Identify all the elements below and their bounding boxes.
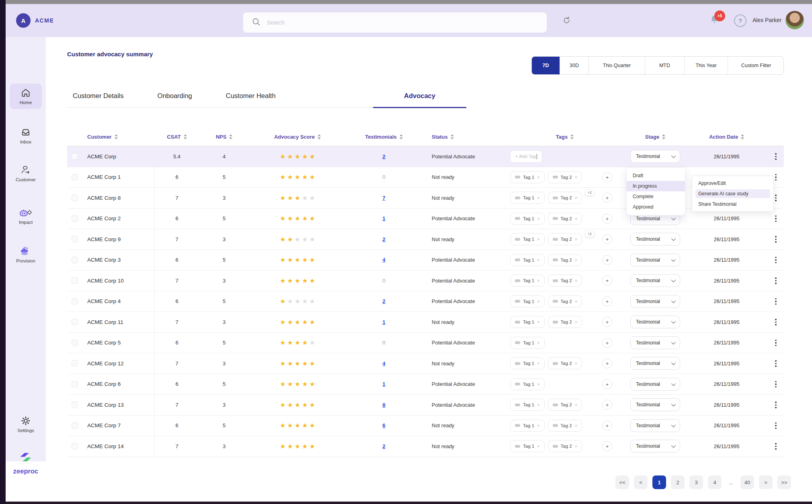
sort-icon[interactable] bbox=[451, 134, 454, 139]
remove-tag-icon[interactable]: × bbox=[537, 340, 539, 345]
sidebar-item-home[interactable]: Home bbox=[10, 84, 42, 109]
stage-option-complete[interactable]: Complete bbox=[627, 191, 685, 202]
add-tag-button[interactable]: + bbox=[602, 317, 612, 327]
remove-tag-icon[interactable]: × bbox=[575, 175, 577, 180]
tag-chip[interactable]: Tag 2× bbox=[548, 440, 582, 452]
tag-chip[interactable]: Tag 2× bbox=[548, 399, 582, 411]
checkbox[interactable] bbox=[72, 174, 78, 180]
remove-tag-icon[interactable]: × bbox=[537, 216, 539, 221]
tag-chip[interactable]: Tag 1× bbox=[510, 254, 545, 266]
testimonial-count-link[interactable]: 1 bbox=[382, 319, 385, 325]
testimonial-count-link[interactable]: 2 bbox=[382, 443, 385, 449]
checkbox[interactable] bbox=[72, 153, 78, 160]
testimonial-count-link[interactable]: 2 bbox=[382, 154, 385, 160]
kebab-menu-icon[interactable] bbox=[773, 441, 778, 451]
remove-tag-icon[interactable]: × bbox=[575, 195, 577, 200]
tag-chip[interactable]: Tag 1× bbox=[510, 420, 545, 432]
add-tag-button[interactable]: + bbox=[602, 213, 612, 223]
kebab-menu-icon[interactable] bbox=[773, 276, 778, 286]
sort-icon[interactable] bbox=[400, 134, 403, 139]
kebab-menu-icon[interactable] bbox=[773, 359, 778, 369]
stage-dropdown-button[interactable]: Testimonial bbox=[630, 295, 680, 308]
filter-custom-filter[interactable]: Custom Filter bbox=[728, 57, 784, 74]
sidebar-item-customer[interactable]: Customer bbox=[9, 165, 43, 182]
remove-tag-icon[interactable]: × bbox=[575, 320, 577, 324]
column-header-tags[interactable]: Tags bbox=[504, 134, 625, 140]
tag-chip[interactable]: Tag 1× bbox=[510, 171, 545, 183]
stage-dropdown-button[interactable]: Testimonial bbox=[630, 150, 680, 163]
context-menu-item-approve-edit[interactable]: Approve/Edit bbox=[695, 179, 770, 188]
brand[interactable]: A ACME bbox=[16, 13, 54, 28]
sort-icon[interactable] bbox=[662, 134, 665, 139]
sidebar-item-provision[interactable]: Provision bbox=[9, 246, 43, 263]
stage-option-approved[interactable]: Approved bbox=[627, 202, 685, 212]
remove-tag-icon[interactable]: × bbox=[575, 423, 577, 428]
remove-tag-icon[interactable]: × bbox=[575, 278, 577, 283]
pagination-page-40[interactable]: 40 bbox=[740, 475, 754, 489]
add-tag-button[interactable]: + bbox=[602, 172, 612, 182]
kebab-menu-icon[interactable] bbox=[773, 234, 778, 244]
column-header-stage[interactable]: Stage bbox=[625, 134, 685, 140]
add-tag-button[interactable]: + bbox=[602, 255, 612, 265]
checkbox[interactable] bbox=[72, 236, 78, 242]
kebab-menu-icon[interactable] bbox=[773, 379, 778, 389]
add-tag-button[interactable]: + bbox=[602, 193, 612, 203]
add-tag-button[interactable]: + bbox=[602, 359, 612, 369]
testimonial-count-link[interactable]: 8 bbox=[382, 402, 385, 408]
pagination-page-4[interactable]: 4 bbox=[708, 475, 722, 489]
testimonial-count-link[interactable]: 4 bbox=[382, 361, 385, 367]
pagination-page-1[interactable]: 1 bbox=[652, 475, 666, 489]
filter-7d[interactable]: 7D bbox=[532, 57, 560, 74]
tag-chip[interactable]: Tag 2× bbox=[548, 254, 582, 266]
stage-dropdown-button[interactable]: Testimonial bbox=[630, 233, 680, 246]
sort-icon[interactable] bbox=[570, 134, 574, 139]
sort-icon[interactable] bbox=[115, 134, 118, 139]
tab-onboarding[interactable]: Onboarding bbox=[156, 92, 194, 107]
kebab-menu-icon[interactable] bbox=[773, 338, 778, 348]
tag-chip[interactable]: Tag 2× bbox=[548, 192, 582, 204]
sidebar-item-impact[interactable]: Impact bbox=[9, 207, 43, 225]
sidebar-item-settings[interactable]: Settings bbox=[9, 416, 43, 433]
help-icon[interactable]: ? bbox=[734, 14, 746, 27]
stage-dropdown-button[interactable]: Testimonial bbox=[630, 274, 680, 287]
remove-tag-icon[interactable]: × bbox=[537, 237, 539, 242]
add-tag-button[interactable]: + bbox=[602, 296, 612, 306]
add-tag-button[interactable]: + bbox=[602, 338, 612, 348]
testimonial-count-link[interactable]: 2 bbox=[382, 298, 385, 304]
remove-tag-icon[interactable]: × bbox=[537, 258, 539, 262]
tag-chip[interactable]: Tag 1× bbox=[510, 378, 545, 390]
kebab-menu-icon[interactable] bbox=[773, 193, 778, 203]
testimonial-count-link[interactable]: 2 bbox=[382, 236, 385, 242]
pagination-page-3[interactable]: 3 bbox=[689, 475, 703, 489]
pagination-next[interactable]: > bbox=[759, 475, 773, 489]
tag-chip[interactable]: Tag 2× bbox=[548, 316, 582, 328]
tag-chip[interactable]: Tag 2× bbox=[548, 275, 582, 287]
pagination-prev[interactable]: < bbox=[634, 475, 648, 489]
tag-chip[interactable]: Tag 1× bbox=[510, 357, 545, 369]
stage-dropdown-button[interactable]: Testimonial bbox=[630, 357, 680, 370]
remove-tag-icon[interactable]: × bbox=[575, 237, 577, 242]
checkbox[interactable] bbox=[72, 443, 78, 449]
stage-dropdown-button[interactable]: Testimonial bbox=[630, 398, 680, 411]
testimonial-count-link[interactable]: 7 bbox=[382, 195, 385, 201]
tag-chip[interactable]: Tag 1× bbox=[510, 399, 545, 411]
tag-chip[interactable]: Tag 1× bbox=[510, 440, 545, 452]
remove-tag-icon[interactable]: × bbox=[537, 423, 539, 428]
checkbox[interactable] bbox=[72, 319, 78, 325]
sort-icon[interactable] bbox=[741, 134, 744, 139]
checkbox[interactable] bbox=[72, 195, 78, 201]
add-tag-button[interactable]: + bbox=[602, 420, 612, 430]
sort-icon[interactable] bbox=[318, 134, 321, 139]
tag-chip[interactable]: Tag 1× bbox=[510, 337, 545, 349]
stage-dropdown-button[interactable]: Testimonial bbox=[630, 316, 680, 328]
tag-chip[interactable]: Tag 1× bbox=[510, 275, 545, 287]
tag-chip[interactable]: Tag 2× bbox=[548, 213, 582, 225]
tag-chip[interactable]: Tag 1× bbox=[510, 316, 545, 328]
add-tag-button[interactable]: + bbox=[602, 379, 612, 389]
remove-tag-icon[interactable]: × bbox=[537, 320, 539, 324]
remove-tag-icon[interactable]: × bbox=[537, 382, 539, 387]
filter-mtd[interactable]: MTD bbox=[645, 57, 685, 74]
stage-dropdown-button[interactable]: Testimonial bbox=[630, 336, 680, 349]
pagination-page-2[interactable]: 2 bbox=[671, 475, 685, 489]
filter-this-quarter[interactable]: This Quarter bbox=[589, 57, 645, 74]
